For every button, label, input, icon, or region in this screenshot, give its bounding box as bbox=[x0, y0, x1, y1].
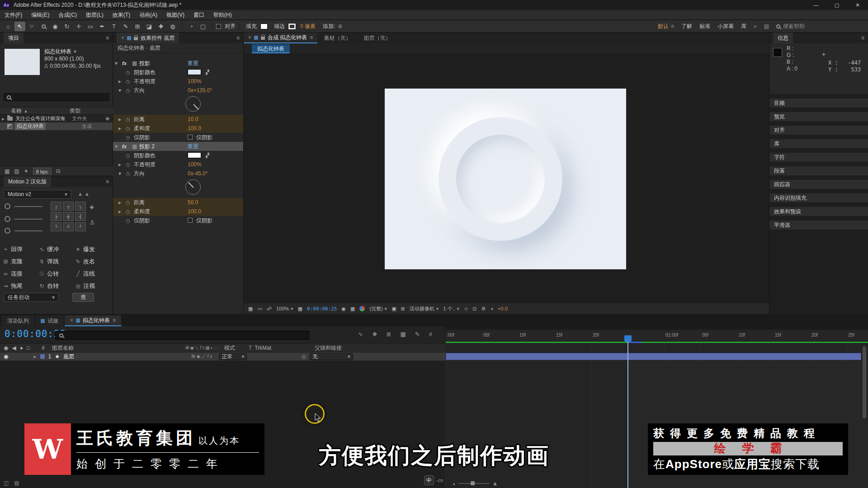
layer-duration-bar[interactable] bbox=[446, 353, 861, 360]
reset-link[interactable]: 重置 bbox=[188, 142, 198, 151]
panel-tab-align[interactable]: 对齐 bbox=[769, 126, 868, 135]
snap-checkbox[interactable] bbox=[216, 24, 221, 29]
layer-row[interactable]: ◉ ▸ 1 ★ 底层 单◆／fx 正常▾ ◎ 无▾ bbox=[0, 352, 445, 361]
shape-tool-icon[interactable]: ▭ bbox=[85, 22, 96, 31]
stopwatch-icon[interactable]: ◷ bbox=[126, 169, 130, 178]
slider-knob[interactable] bbox=[5, 228, 10, 234]
camera-select[interactable]: 活动摄像机▾ bbox=[410, 305, 439, 312]
extra-tool-icon[interactable]: ◔ bbox=[186, 22, 197, 31]
pickwhip-icon[interactable]: ◎ bbox=[301, 353, 306, 360]
view-layout-select[interactable]: 1 个..▾ bbox=[443, 305, 459, 312]
composition-name[interactable]: 拟态化钟表 bbox=[44, 48, 71, 55]
eyedropper-icon[interactable]: ▞ bbox=[206, 151, 209, 160]
anchor-bottom-left-button[interactable]: └ bbox=[51, 222, 61, 231]
vertical-scrollbar[interactable] bbox=[863, 346, 866, 418]
brush-tool-icon[interactable]: ✎ bbox=[120, 22, 131, 31]
type-tool-icon[interactable]: T bbox=[108, 22, 119, 31]
motion-triangle-icons[interactable]: ▲▲ bbox=[78, 191, 91, 197]
anchor-top-left-button[interactable]: ┌ bbox=[51, 202, 61, 211]
mini-flowchart-icon[interactable]: ∿ bbox=[358, 331, 363, 338]
ime-language-icon[interactable]: 中 bbox=[424, 475, 434, 485]
column-name[interactable]: 名称 bbox=[11, 107, 22, 115]
shadow-only-checkbox[interactable] bbox=[188, 135, 193, 140]
composition-breadcrumb[interactable]: 拟态化钟表 bbox=[252, 44, 290, 53]
panel-tab-tracker[interactable]: 跟踪器 bbox=[769, 180, 868, 189]
render-queue-tab[interactable]: 渲染队列 bbox=[2, 315, 34, 326]
slider-track[interactable] bbox=[14, 206, 42, 207]
reset-link[interactable]: 重置 bbox=[188, 59, 198, 68]
direction-value[interactable]: 0x-45.0° bbox=[188, 169, 208, 178]
panel-grid-icon[interactable]: ▤ bbox=[764, 23, 769, 29]
opacity-value[interactable]: 100% bbox=[188, 77, 202, 86]
stopwatch-icon[interactable]: ◷ bbox=[126, 216, 130, 225]
motion-button-trail[interactable]: ⇝拖尾 bbox=[3, 280, 39, 292]
panel-menu-icon[interactable]: ≡ bbox=[310, 34, 313, 41]
layer-tab[interactable]: 图层（无） bbox=[357, 33, 397, 43]
motion-button-orbit[interactable]: ☉公转 bbox=[39, 267, 75, 280]
distance-value[interactable]: 50.0 bbox=[188, 198, 198, 207]
color-swatch[interactable] bbox=[188, 69, 201, 75]
stopwatch-icon[interactable]: ◷ bbox=[126, 151, 130, 160]
stopwatch-icon[interactable]: ◷ bbox=[126, 68, 130, 77]
rotate-tool-icon[interactable]: ↻ bbox=[61, 22, 72, 31]
workspace-small-screen[interactable]: 小屏幕 bbox=[717, 23, 734, 30]
parent-link-column[interactable]: 父级和链接 bbox=[315, 344, 342, 352]
motion-button-bounce[interactable]: ＋回弹 bbox=[3, 243, 39, 255]
opacity-value[interactable]: 100% bbox=[188, 160, 202, 169]
composition-canvas[interactable] bbox=[385, 89, 626, 269]
extra-tool-icon[interactable]: ▢ bbox=[198, 22, 208, 31]
stroke-width-value[interactable]: 0 像素 bbox=[300, 23, 316, 30]
close-icon[interactable]: × bbox=[70, 317, 73, 324]
twirl-icon[interactable]: ▾ bbox=[118, 169, 121, 178]
anchor-top-right-button[interactable]: ┐ bbox=[75, 202, 86, 211]
workspace-default[interactable]: 默认 bbox=[658, 23, 669, 30]
eraser-tool-icon[interactable]: ◪ bbox=[144, 22, 155, 31]
composition-tab[interactable]: × 合成 拟态化钟表 ≡ bbox=[244, 33, 317, 43]
twirl-icon[interactable]: ▸ bbox=[118, 198, 121, 207]
minimize-button[interactable]: — bbox=[806, 0, 826, 10]
graph-editor-icon[interactable]: # bbox=[429, 331, 432, 338]
layer-color-chip[interactable] bbox=[40, 354, 45, 359]
menu-file[interactable]: 文件(F) bbox=[0, 10, 27, 20]
exposure-value[interactable]: +0.0 bbox=[498, 306, 508, 311]
project-row-folder[interactable]: ▸ 关注公众号设计师深海 文件夹 ❖ bbox=[0, 115, 113, 122]
anchor-center-button[interactable]: ┼ bbox=[63, 212, 74, 221]
workspace-learn[interactable]: 了解 bbox=[681, 23, 692, 30]
always-preview-icon[interactable]: ▦ bbox=[248, 306, 253, 312]
motion-button-clone[interactable]: ⊞克隆 bbox=[3, 255, 39, 267]
panel-tab-effects-presets[interactable]: 效果和预设 bbox=[769, 207, 868, 216]
bit-depth-button[interactable]: 8 bpc bbox=[33, 168, 52, 175]
time-navigator[interactable] bbox=[445, 326, 868, 330]
panel-menu-icon[interactable]: ≡ bbox=[113, 317, 116, 324]
panel-menu-icon[interactable]: ≡ bbox=[106, 35, 109, 41]
workspace-standard[interactable]: 标准 bbox=[699, 23, 710, 30]
footage-tab[interactable]: 素材（无） bbox=[317, 33, 357, 43]
exposure-icon[interactable]: ◑ bbox=[490, 306, 493, 311]
twirl-icon[interactable]: ▸ bbox=[118, 207, 121, 216]
pan-behind-tool-icon[interactable]: ✛ bbox=[73, 22, 84, 31]
eyedropper-icon[interactable]: ▞ bbox=[206, 68, 209, 77]
menu-effect[interactable]: 效果(T) bbox=[108, 10, 135, 20]
menu-animation[interactable]: 动画(A) bbox=[135, 10, 162, 20]
blend-mode-select[interactable]: 正常▾ bbox=[219, 353, 247, 360]
channels-icon[interactable] bbox=[359, 306, 365, 311]
lock-icon[interactable] bbox=[134, 37, 138, 40]
draft-3d-icon[interactable]: ❖ bbox=[372, 331, 377, 338]
fast-previews-icon[interactable]: ⊡ bbox=[472, 306, 476, 312]
anchor-left-button[interactable]: ├ bbox=[51, 212, 61, 221]
motion-button-jump[interactable]: ↯弹跳 bbox=[39, 255, 75, 267]
panel-tab-preview[interactable]: 预览 bbox=[769, 112, 868, 121]
menu-help[interactable]: 帮助(H) bbox=[209, 10, 236, 20]
motion-go-button[interactable]: 查 bbox=[72, 293, 94, 302]
pixel-aspect-icon[interactable]: ⊹ bbox=[464, 306, 468, 312]
color-swatch[interactable] bbox=[188, 152, 201, 158]
fill-color-swatch[interactable] bbox=[260, 23, 268, 29]
direction-value[interactable]: 0x+135.0° bbox=[188, 86, 212, 95]
anchor-bottom-button[interactable]: ┴ bbox=[63, 222, 74, 231]
slider-knob[interactable] bbox=[5, 216, 10, 222]
close-button[interactable]: ✕ bbox=[847, 0, 868, 10]
panel-tab-libraries[interactable]: 库 bbox=[769, 139, 868, 148]
mode-column[interactable]: 模式 bbox=[224, 344, 235, 352]
snapshot-icon[interactable]: ◉ bbox=[341, 306, 346, 312]
project-search-input[interactable] bbox=[4, 93, 109, 101]
